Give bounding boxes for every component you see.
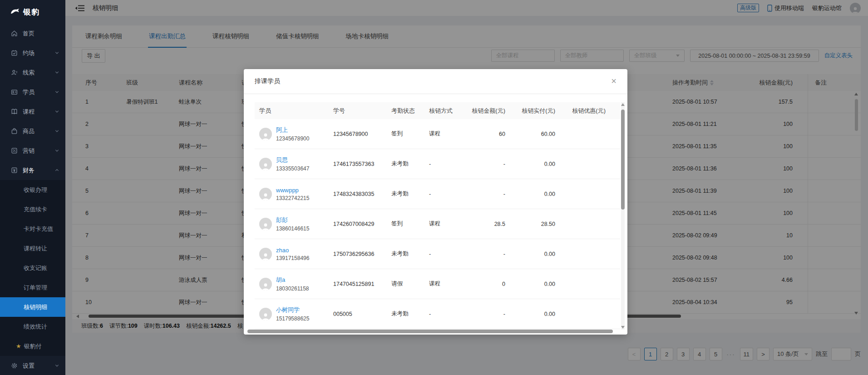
cell-amount: 60 (469, 131, 510, 137)
col-attendance-status: 考勤状态 (387, 107, 424, 115)
modal-horizontal-scrollbar[interactable] (247, 330, 613, 333)
cell-status: 未考勤 (387, 160, 424, 168)
submenu-item-writeoff-detail[interactable]: 核销明细 (0, 297, 65, 317)
student-name-link[interactable]: 胡a (276, 276, 309, 284)
submenu-item-income-expense[interactable]: 收支记账 (0, 258, 65, 278)
modal-table-header: 学员 学号 考勤状态 核销方式 核销金额(元) 核销实付(元) 核销优惠(元) (255, 102, 620, 119)
close-icon[interactable]: × (609, 75, 618, 87)
col-writeoff-method: 核销方式 (424, 107, 469, 115)
student-phone: 12345678900 (276, 135, 309, 142)
submenu-item-recharge[interactable]: 充值续卡 (0, 200, 65, 219)
sidebar-item-courses[interactable]: 课程 (0, 102, 65, 121)
submenu-item-performance[interactable]: 绩效统计 (0, 317, 65, 336)
student-phone: 13860146615 (276, 225, 309, 232)
sidebar-item-booking[interactable]: 约场 (0, 43, 65, 63)
col-student: 学员 (255, 107, 329, 115)
cell-student-id: 12345678900 (329, 131, 387, 137)
cell-student-id: 1747045125891 (329, 281, 387, 287)
submenu-item-cashier[interactable]: 收银办理 (0, 180, 65, 200)
chevron-down-icon (55, 51, 59, 55)
bag-icon (11, 128, 18, 135)
cell-amount: 28.5 (469, 221, 510, 227)
sidebar-item-finance[interactable]: 财务 (0, 160, 65, 180)
submenu-label: 绩效统计 (24, 323, 47, 331)
student-row: zhao13917158496 1750736295636 未考勤 - - 0.… (255, 239, 620, 269)
col-writeoff-paid: 核销实付(元) (510, 107, 560, 115)
sidebar-item-home[interactable]: 首页 (0, 24, 65, 43)
cell-paid: 60.00 (510, 131, 560, 137)
leopard-swoosh-icon (10, 8, 20, 15)
student-avatar (259, 308, 272, 320)
student-name-link[interactable]: wwwppp (276, 187, 309, 194)
sidebar: 银豹 首页 约场 线索 学员 课程 商品 营销 财务 收银办 (0, 0, 65, 375)
app-logo: 银豹 (0, 0, 65, 19)
modal-vertical-scrollbar-thumb[interactable] (621, 110, 625, 210)
sidebar-item-marketing[interactable]: 营销 (0, 141, 65, 160)
student-row: wwwppp13322742215 1748324383035 未考勤 - - … (255, 179, 620, 209)
student-phone: 13335503647 (276, 165, 309, 172)
student-name-link[interactable]: 彭彭 (276, 216, 309, 224)
submenu-label: 充值续卡 (24, 205, 47, 214)
cell-method: 课程 (424, 130, 469, 138)
cell-paid: 0.00 (510, 281, 560, 287)
calendar-icon (11, 50, 18, 56)
cell-paid: 0.00 (510, 311, 560, 317)
cell-status: 请假 (387, 280, 424, 288)
cell-status: 签到 (387, 220, 424, 228)
cell-method: 课程 (424, 220, 469, 228)
student-name-link[interactable]: 阿上 (276, 126, 309, 134)
student-row: 小树同学15179588625 005005 未考勤 - - 0.00 (255, 299, 620, 329)
cell-student-id: 1750736295636 (329, 251, 387, 257)
sidebar-item-students[interactable]: 学员 (0, 82, 65, 102)
submenu-item-card-transfer-recharge[interactable]: 卡对卡充值 (0, 219, 65, 239)
col-writeoff-amount: 核销金额(元) (469, 107, 510, 115)
chevron-down-icon (55, 129, 59, 133)
chevron-up-icon (55, 168, 59, 172)
student-avatar (259, 218, 272, 230)
sidebar-item-settings[interactable]: 设置 (0, 356, 65, 375)
sidebar-item-label: 首页 (23, 30, 59, 38)
cell-paid: 28.50 (510, 221, 560, 227)
student-phone: 13917158496 (276, 255, 309, 261)
idcard-icon (11, 89, 18, 95)
sidebar-item-leads[interactable]: 线索 (0, 63, 65, 82)
student-phone: 15179588625 (276, 315, 309, 322)
cell-student-id: 1746173557363 (329, 161, 387, 167)
student-name-link[interactable]: 小树同学 (276, 306, 309, 314)
cell-paid: 0.00 (510, 251, 560, 257)
chevron-down-icon (55, 70, 59, 75)
chevron-down-icon (55, 149, 59, 153)
modal-title: 排课学员 (244, 69, 627, 94)
scroll-down-icon[interactable] (621, 326, 625, 329)
submenu-label: 银豹付 (24, 342, 42, 350)
sidebar-item-label: 商品 (23, 127, 55, 135)
col-student-id: 学号 (329, 107, 387, 115)
cell-paid: 0.00 (510, 161, 560, 167)
sidebar-item-label: 课程 (23, 108, 55, 116)
book-icon (11, 108, 18, 115)
submenu-label: 课程转让 (24, 245, 47, 253)
student-avatar (259, 158, 272, 170)
student-row: 胡a18030261158 1747045125891 请假 课程 0 0.00 (255, 269, 620, 299)
modal-horizontal-scrollbar-thumb[interactable] (247, 330, 613, 333)
student-row: 贝思13335503647 1746173557363 未考勤 - - 0.00 (255, 149, 620, 179)
cell-amount: 0 (469, 281, 510, 287)
submenu-item-course-transfer[interactable]: 课程转让 (0, 239, 65, 258)
submenu-item-yinbao-pay[interactable]: ★银豹付 (0, 336, 65, 356)
student-avatar (259, 278, 272, 290)
student-name-link[interactable]: zhao (276, 247, 309, 254)
percent-icon (11, 147, 18, 154)
logo-text: 银豹 (23, 7, 39, 17)
student-name-link[interactable]: 贝思 (276, 156, 309, 164)
cell-amount: - (469, 161, 510, 167)
cell-amount: - (469, 191, 510, 197)
modal-vertical-scrollbar[interactable] (621, 102, 625, 330)
sidebar-item-label: 线索 (23, 69, 55, 77)
submenu-item-orders[interactable]: 订单管理 (0, 278, 65, 297)
sidebar-item-products[interactable]: 商品 (0, 121, 65, 141)
cell-student-id: 1748324383035 (329, 191, 387, 197)
cell-amount: - (469, 251, 510, 257)
scroll-up-icon[interactable] (621, 103, 625, 106)
student-row: 阿上12345678900 12345678900 签到 课程 60 60.00 (255, 119, 620, 149)
finance-submenu: 收银办理 充值续卡 卡对卡充值 课程转让 收支记账 订单管理 核销明细 绩效统计… (0, 180, 65, 356)
